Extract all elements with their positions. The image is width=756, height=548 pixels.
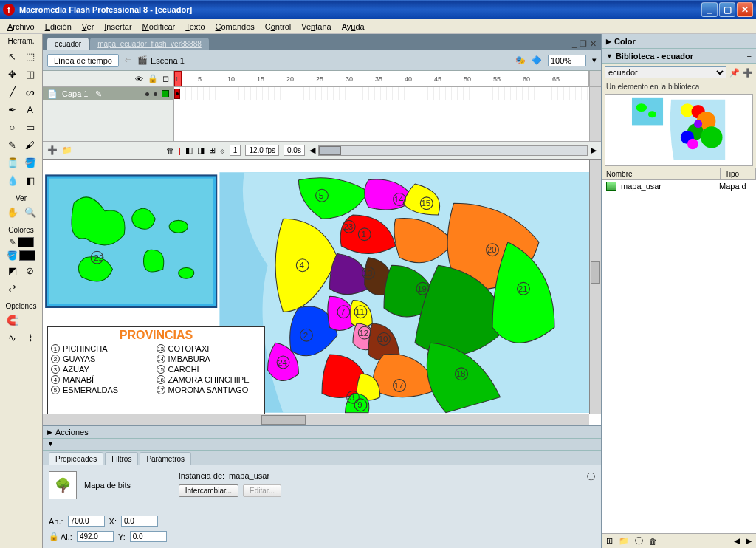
doc-close-icon[interactable]: ✕	[590, 39, 597, 49]
back-icon[interactable]: ⇦	[125, 55, 131, 65]
snap-option-icon[interactable]: 🧲	[4, 312, 21, 328]
selection-tool-icon[interactable]: ↖	[4, 48, 21, 64]
edit-scene-icon[interactable]: 🎭	[515, 55, 526, 65]
scroll-left-icon[interactable]: ◀	[309, 145, 315, 155]
tab-filtros[interactable]: Filtros	[105, 452, 138, 465]
zoom-tool-icon[interactable]: 🔍	[22, 204, 38, 220]
panel-menu-icon[interactable]: ≡	[747, 52, 752, 61]
eraser-tool-icon[interactable]: ◧	[22, 172, 38, 188]
center-frame-icon[interactable]: ⟐	[220, 146, 225, 155]
stroke-color-swatch[interactable]	[18, 237, 34, 247]
actions-panel-header[interactable]: ▶ Acciones	[43, 426, 601, 439]
menu-edicion[interactable]: Edición	[41, 21, 76, 32]
tab-propiedades[interactable]: Propiedades	[49, 452, 103, 465]
stage-vertical-scrollbar[interactable]	[589, 160, 601, 414]
timeline-toggle-button[interactable]: Línea de tiempo	[47, 54, 119, 67]
library-item[interactable]: mapa_usar Mapa d	[602, 180, 756, 192]
library-panel-header[interactable]: ▼Biblioteca - ecuador≡	[602, 49, 756, 64]
doc-restore-icon[interactable]: ❐	[580, 39, 587, 49]
height-input[interactable]	[77, 531, 114, 542]
col-type[interactable]: Tipo	[721, 168, 756, 179]
rectangle-tool-icon[interactable]: ▭	[22, 119, 38, 135]
ink-bottle-tool-icon[interactable]: 🫙	[4, 154, 21, 171]
delete-icon[interactable]: 🗑	[649, 537, 657, 546]
properties-panel-header[interactable]: ▼	[43, 439, 601, 451]
y-input[interactable]	[130, 531, 167, 542]
svg-text:9: 9	[357, 400, 362, 409]
layer-row[interactable]: 📄 Capa 1 ✎	[43, 87, 173, 100]
menu-control[interactable]: Control	[261, 21, 295, 32]
default-colors-icon[interactable]: ◩	[4, 262, 21, 278]
pen-tool-icon[interactable]: ✒	[4, 101, 21, 117]
paint-bucket-tool-icon[interactable]: 🪣	[22, 154, 38, 171]
oval-tool-icon[interactable]: ○	[4, 119, 21, 135]
edit-frames-icon[interactable]: ⊞	[209, 145, 216, 155]
maximize-button[interactable]: ▢	[719, 2, 735, 17]
color-panel-header[interactable]: ▶Color	[602, 34, 756, 49]
delete-layer-icon[interactable]: 🗑	[166, 146, 174, 155]
lock-aspect-icon[interactable]: 🔒	[49, 532, 56, 541]
stage-horizontal-scrollbar[interactable]	[43, 414, 589, 425]
outline-column-icon[interactable]: ◻	[162, 74, 169, 83]
edit-symbols-icon[interactable]: 🔷	[532, 55, 542, 65]
straighten-option-icon[interactable]: ⌇	[22, 329, 38, 346]
smooth-option-icon[interactable]: ∿	[4, 329, 21, 346]
pencil-tool-icon[interactable]: ✎	[4, 137, 21, 153]
menu-comandos[interactable]: Comandos	[211, 21, 259, 32]
lasso-tool-icon[interactable]: ᔕ	[22, 83, 38, 100]
hand-tool-icon[interactable]: ✋	[4, 204, 21, 220]
fill-color-swatch[interactable]	[19, 250, 35, 261]
zoom-dropdown-icon[interactable]: ▾	[592, 55, 597, 65]
x-input[interactable]	[121, 516, 158, 527]
new-library-icon[interactable]: ➕	[743, 68, 753, 78]
pin-library-icon[interactable]: 📌	[729, 68, 740, 78]
lock-column-icon[interactable]: 🔒	[148, 74, 158, 83]
text-tool-icon[interactable]: A	[22, 101, 38, 117]
properties-icon[interactable]: ⓘ	[635, 535, 643, 547]
swap-colors-icon[interactable]: ⇄	[4, 280, 21, 296]
menu-modificar[interactable]: Modificar	[138, 21, 180, 32]
new-symbol-icon[interactable]: ⊞	[606, 536, 613, 546]
menu-ver[interactable]: Ver	[78, 21, 99, 32]
help-icon[interactable]: ⓘ	[587, 471, 595, 482]
scroll-right-icon[interactable]: ▶	[591, 145, 597, 155]
new-layer-icon[interactable]: ➕	[47, 145, 58, 155]
col-name[interactable]: Nombre	[602, 168, 721, 179]
eyedropper-tool-icon[interactable]: 💧	[4, 172, 21, 188]
keyframe-icon[interactable]	[174, 89, 180, 99]
scene-label[interactable]: 🎬 Escena 1	[137, 55, 185, 65]
scroll-right-icon[interactable]: ▶	[746, 536, 752, 546]
no-color-icon[interactable]: ⊘	[22, 262, 38, 278]
stage[interactable]: 22	[43, 160, 601, 425]
library-document-select[interactable]: ecuador	[605, 66, 726, 78]
doc-tab-active[interactable]: ecuador	[47, 38, 89, 50]
line-tool-icon[interactable]: ╱	[4, 83, 21, 100]
brush-tool-icon[interactable]: 🖌	[22, 137, 38, 153]
new-folder-icon[interactable]: 📁	[62, 145, 72, 155]
free-transform-tool-icon[interactable]: ✥	[4, 66, 21, 82]
menu-archivo[interactable]: Archivo	[3, 21, 39, 32]
new-folder-icon[interactable]: 📁	[619, 536, 629, 546]
tab-parametros[interactable]: Parámetros	[140, 452, 191, 465]
onion-skin-outlines-icon[interactable]: ◨	[197, 145, 205, 155]
menu-ventana[interactable]: Ventana	[297, 21, 335, 32]
minimize-button[interactable]: _	[701, 2, 718, 17]
menu-ayuda[interactable]: Ayuda	[337, 21, 369, 32]
timeline-scrollbar[interactable]	[318, 145, 588, 156]
menu-insertar[interactable]: Insertar	[100, 21, 136, 32]
eye-column-icon[interactable]: 👁	[135, 75, 143, 83]
menu-texto[interactable]: Texto	[181, 21, 209, 32]
subselection-tool-icon[interactable]: ⬚	[22, 48, 38, 64]
doc-tab-inactive[interactable]: mapa_ecuador_flash_ver88888	[90, 38, 209, 50]
zoom-input[interactable]: 100%	[548, 55, 586, 66]
width-input[interactable]	[68, 516, 105, 527]
gradient-transform-tool-icon[interactable]: ◫	[22, 66, 38, 82]
timeline-ruler[interactable]: 1 5 10 15 20 25 30 35 40 45 50 55 60 65	[174, 71, 589, 86]
swap-button[interactable]: Intercambiar...	[179, 484, 238, 497]
frames-area[interactable]	[174, 87, 589, 141]
doc-minimize-icon[interactable]: _	[572, 39, 577, 49]
option-icon[interactable]	[22, 312, 38, 328]
scroll-left-icon[interactable]: ◀	[734, 536, 740, 546]
onion-skin-icon[interactable]: ◧	[185, 145, 193, 155]
close-button[interactable]: ✕	[737, 2, 753, 17]
